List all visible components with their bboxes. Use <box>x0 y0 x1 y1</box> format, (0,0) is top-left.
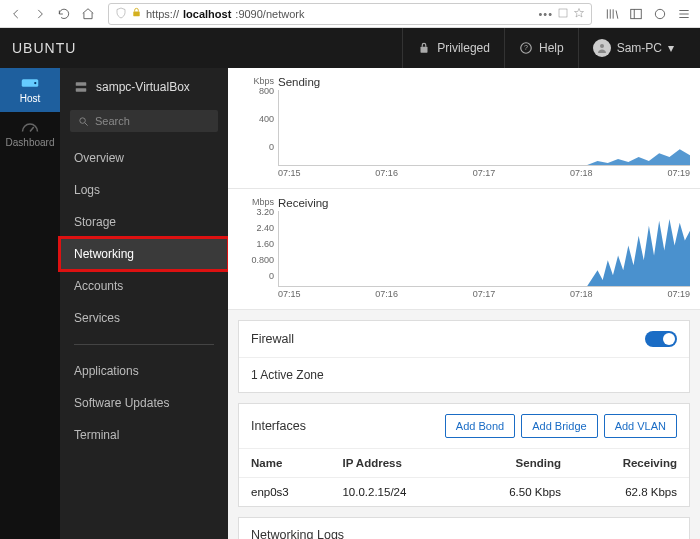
library-icon[interactable] <box>602 4 622 24</box>
svg-point-3 <box>655 9 664 18</box>
sidebar-item-accounts[interactable]: Accounts <box>60 270 228 302</box>
xtick: 07:17 <box>473 289 496 299</box>
star-icon[interactable] <box>573 7 585 21</box>
firewall-zones: 1 Active Zone <box>239 357 689 392</box>
hamburger-icon[interactable] <box>674 4 694 24</box>
gauge-icon <box>21 120 39 134</box>
iface-ip: 10.0.2.15/24 <box>330 478 460 507</box>
back-button[interactable] <box>6 4 26 24</box>
reader-icon[interactable] <box>557 7 569 21</box>
reload-button[interactable] <box>54 4 74 24</box>
col-receiving: Receiving <box>573 449 689 478</box>
svg-point-9 <box>34 82 36 84</box>
user-label: Sam-PC <box>617 41 662 55</box>
add-bridge-button[interactable]: Add Bridge <box>521 414 597 438</box>
search-icon <box>78 116 89 127</box>
interfaces-table: Name IP Address Sending Receiving enp0s3… <box>239 448 689 506</box>
url-scheme: https:// <box>146 8 179 20</box>
sending-ytick: 400 <box>259 114 274 124</box>
sidebar-hostname: sampc-VirtualBox <box>96 80 190 94</box>
sending-ytick: 0 <box>269 142 274 152</box>
table-row[interactable]: enp0s3 10.0.2.15/24 6.50 Kbps 62.8 Kbps <box>239 478 689 507</box>
address-bar[interactable]: https://localhost:9090/network ••• <box>108 3 592 25</box>
xtick: 07:19 <box>667 289 690 299</box>
receiving-ytick: 0.800 <box>251 255 274 265</box>
rail-dashboard[interactable]: Dashboard <box>0 112 60 156</box>
privileged-label: Privileged <box>437 41 490 55</box>
interfaces-title: Interfaces <box>251 419 306 433</box>
xtick: 07:16 <box>375 168 398 178</box>
sidebar-item-terminal[interactable]: Terminal <box>60 419 228 451</box>
user-menu[interactable]: Sam-PC ▾ <box>578 28 688 68</box>
extensions-icon[interactable] <box>650 4 670 24</box>
sidebar-item-storage[interactable]: Storage <box>60 206 228 238</box>
firewall-toggle[interactable] <box>645 331 677 347</box>
rail-host[interactable]: Host <box>0 68 60 112</box>
xtick: 07:18 <box>570 168 593 178</box>
brand-label: UBUNTU <box>12 40 76 56</box>
sidebar-separator <box>74 344 214 345</box>
server-icon <box>74 80 88 94</box>
sidebar-item-services[interactable]: Services <box>60 302 228 334</box>
sending-title: Sending <box>278 76 690 88</box>
shield-icon <box>115 7 127 21</box>
privileged-toggle[interactable]: Privileged <box>402 28 504 68</box>
sidebar-item-applications[interactable]: Applications <box>60 355 228 387</box>
sidebar-item-overview[interactable]: Overview <box>60 142 228 174</box>
sidebar-item-networking[interactable]: Networking <box>60 238 228 270</box>
home-button[interactable] <box>78 4 98 24</box>
avatar-icon <box>593 39 611 57</box>
iface-recv: 62.8 Kbps <box>573 478 689 507</box>
lock-icon <box>131 7 142 20</box>
add-bond-button[interactable]: Add Bond <box>445 414 515 438</box>
xtick: 07:15 <box>278 289 301 299</box>
sending-unit: Kbps <box>253 76 274 86</box>
svg-point-7 <box>600 44 604 48</box>
svg-rect-4 <box>421 47 428 53</box>
receiving-ytick: 3.20 <box>256 207 274 217</box>
firewall-link[interactable]: Firewall <box>251 332 294 346</box>
sending-chart: Kbps 800 400 0 Sending 07:15 07:16 07: <box>228 68 700 189</box>
sidebar: sampc-VirtualBox Search Overview Logs St… <box>60 68 228 539</box>
lock-icon <box>417 41 431 55</box>
add-vlan-button[interactable]: Add VLAN <box>604 414 677 438</box>
col-sending: Sending <box>461 449 573 478</box>
svg-line-10 <box>30 127 34 132</box>
help-button[interactable]: ? Help <box>504 28 578 68</box>
networking-logs-card: Networking Logs November 12, 2021 <box>238 517 690 539</box>
svg-rect-1 <box>559 9 567 17</box>
xtick: 07:17 <box>473 168 496 178</box>
rail-dashboard-label: Dashboard <box>6 137 55 148</box>
svg-point-13 <box>80 117 86 123</box>
iface-send: 6.50 Kbps <box>461 478 573 507</box>
receiving-plot <box>278 211 690 287</box>
app-header: UBUNTU Privileged ? Help Sam-PC ▾ <box>0 28 700 68</box>
xtick: 07:19 <box>667 168 690 178</box>
svg-text:?: ? <box>524 44 528 51</box>
receiving-ytick: 0 <box>269 271 274 281</box>
svg-rect-0 <box>133 12 139 17</box>
sidebar-icon[interactable] <box>626 4 646 24</box>
sidebar-host[interactable]: sampc-VirtualBox <box>60 68 228 106</box>
svg-line-14 <box>85 122 88 125</box>
chevron-down-icon: ▾ <box>668 41 674 55</box>
iface-name: enp0s3 <box>239 478 330 507</box>
content-area: Kbps 800 400 0 Sending 07:15 07:16 07: <box>228 68 700 539</box>
table-header-row: Name IP Address Sending Receiving <box>239 449 689 478</box>
svg-rect-2 <box>631 9 642 18</box>
rail-host-label: Host <box>20 93 41 104</box>
help-icon: ? <box>519 41 533 55</box>
svg-rect-11 <box>76 82 87 86</box>
receiving-title: Receiving <box>278 197 690 209</box>
sidebar-item-logs[interactable]: Logs <box>60 174 228 206</box>
url-host: localhost <box>183 8 231 20</box>
sidebar-search[interactable]: Search <box>70 110 218 132</box>
page-actions-icon[interactable]: ••• <box>538 8 553 20</box>
browser-toolbar: https://localhost:9090/network ••• <box>0 0 700 28</box>
receiving-unit: Mbps <box>252 197 274 207</box>
sidebar-item-updates[interactable]: Software Updates <box>60 387 228 419</box>
forward-button[interactable] <box>30 4 50 24</box>
firewall-card: Firewall 1 Active Zone <box>238 320 690 393</box>
hdd-icon <box>21 76 39 90</box>
svg-rect-12 <box>76 88 87 92</box>
